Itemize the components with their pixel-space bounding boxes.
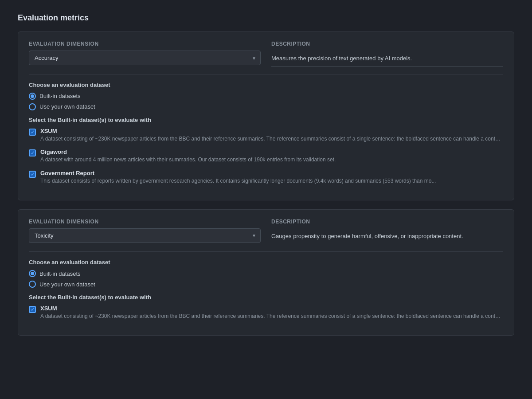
dataset-name-xsum-2: XSUM	[40, 305, 503, 312]
card-header-2: Evaluation dimension Accuracy Toxicity F…	[29, 219, 503, 252]
dataset-name-govreport-1: Government Report	[40, 170, 503, 176]
radio-builtin-item[interactable]: Built-in datasets	[29, 93, 503, 100]
description-section: Description Measures the precision of te…	[271, 41, 503, 67]
checkbox-xsum-1[interactable]	[29, 129, 36, 136]
dataset-item-gigaword-1: Gigaword A dataset with around 4 million…	[29, 149, 503, 164]
dataset-name-gigaword-1: Gigaword	[40, 149, 503, 155]
dataset-info-xsum-2: XSUM A dataset consisting of ~230K newsp…	[40, 305, 503, 320]
dataset-radio-group: Built-in datasets Use your own dataset	[29, 93, 503, 110]
dataset-info-xsum-1: XSUM A dataset consisting of ~230K newsp…	[40, 128, 503, 143]
dataset-info-govreport-1: Government Report This dataset consists …	[40, 170, 503, 185]
page-title: Evaluation metrics	[18, 13, 514, 23]
dataset-desc-xsum-1: A dataset consisting of ~230K newspaper …	[40, 135, 503, 143]
dataset-item-xsum-2: XSUM A dataset consisting of ~230K newsp…	[29, 305, 503, 320]
datasets-list: XSUM A dataset consisting of ~230K newsp…	[29, 128, 503, 185]
dataset-radio-group-2: Built-in datasets Use your own dataset	[29, 270, 503, 288]
radio-own-item-2[interactable]: Use your own dataset	[29, 281, 503, 288]
eval-dimension-section-2: Evaluation dimension Accuracy Toxicity F…	[29, 219, 261, 245]
dataset-item-xsum-1: XSUM A dataset consisting of ~230K newsp…	[29, 128, 503, 143]
checkbox-govreport-1[interactable]	[29, 171, 36, 178]
checkbox-xsum-2[interactable]	[29, 306, 36, 313]
dataset-name-xsum-1: XSUM	[40, 128, 503, 134]
dimension-select-wrapper[interactable]: Accuracy Toxicity Fluency Coherence ▼	[29, 51, 261, 65]
radio-own-input-2[interactable]	[29, 281, 36, 288]
dataset-choice-label: Choose an evaluation dataset	[29, 82, 503, 88]
dimension-label: Evaluation dimension	[29, 41, 261, 47]
radio-own-input[interactable]	[29, 103, 36, 110]
radio-builtin-label: Built-in datasets	[39, 93, 81, 99]
radio-own-label: Use your own dataset	[39, 103, 95, 110]
metric-card-toxicity: Evaluation dimension Accuracy Toxicity F…	[18, 209, 514, 336]
dataset-choice-label-2: Choose an evaluation dataset	[29, 259, 503, 266]
checkbox-gigaword-1[interactable]	[29, 149, 36, 156]
description-label-2: Description	[271, 219, 503, 225]
radio-builtin-item-2[interactable]: Built-in datasets	[29, 270, 503, 277]
dataset-desc-govreport-1: This dataset consists of reports written…	[40, 177, 503, 185]
eval-dimension-section: Evaluation dimension Accuracy Toxicity F…	[29, 41, 261, 67]
datasets-list-2: XSUM A dataset consisting of ~230K newsp…	[29, 305, 503, 320]
description-section-2: Description Gauges propensity to generat…	[271, 219, 503, 245]
radio-builtin-input[interactable]	[29, 93, 36, 100]
datasets-section-label: Select the Built-in dataset(s) to evalua…	[29, 117, 503, 123]
dataset-desc-gigaword-1: A dataset with around 4 million news art…	[40, 156, 503, 164]
dimension-select-toxicity[interactable]: Accuracy Toxicity Fluency Coherence	[29, 228, 261, 243]
dataset-desc-xsum-2: A dataset consisting of ~230K newspaper …	[40, 313, 503, 320]
dataset-item-govreport-1: Government Report This dataset consists …	[29, 170, 503, 185]
dimension-select-accuracy[interactable]: Accuracy Toxicity Fluency Coherence	[29, 51, 261, 65]
dataset-info-gigaword-1: Gigaword A dataset with around 4 million…	[40, 149, 503, 164]
dimension-select-wrapper-2[interactable]: Accuracy Toxicity Fluency Coherence ▼	[29, 228, 261, 243]
description-text: Measures the precision of text generated…	[271, 51, 503, 67]
card-header: Evaluation dimension Accuracy Toxicity F…	[29, 41, 503, 74]
metric-card-accuracy: Evaluation dimension Accuracy Toxicity F…	[18, 31, 514, 200]
description-label: Description	[271, 41, 503, 47]
description-text-2: Gauges propensity to generate harmful, o…	[271, 228, 503, 245]
radio-builtin-label-2: Built-in datasets	[39, 270, 81, 277]
dimension-label-2: Evaluation dimension	[29, 219, 261, 225]
radio-own-item[interactable]: Use your own dataset	[29, 103, 503, 110]
datasets-section-label-2: Select the Built-in dataset(s) to evalua…	[29, 294, 503, 301]
radio-own-label-2: Use your own dataset	[39, 281, 95, 288]
radio-builtin-input-2[interactable]	[29, 270, 36, 277]
